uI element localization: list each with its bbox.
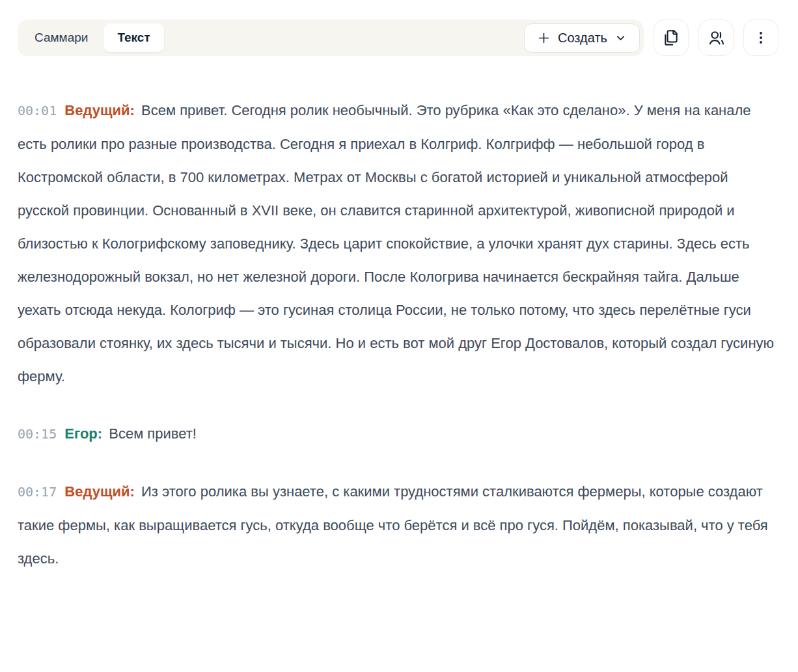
speaker-label: Ведущий: <box>64 483 135 500</box>
utterance-text: Всем привет! <box>109 425 197 442</box>
users-icon <box>708 29 725 47</box>
tab-strip: Саммари Текст Создать <box>18 20 644 56</box>
transcript-entry: 00:01 Ведущий: Всем привет. Сегодня роли… <box>18 94 779 393</box>
top-toolbar: Саммари Текст Создать <box>18 20 778 56</box>
more-options-button[interactable] <box>743 20 778 56</box>
timestamp[interactable]: 00:01 <box>18 103 57 118</box>
participants-button[interactable] <box>698 20 734 56</box>
transcript-entry: 00:17 Ведущий: Из этого ролика вы узнает… <box>18 475 779 575</box>
transcript-entry: 00:15 Егор: Всем привет! <box>18 417 779 451</box>
speaker-label: Ведущий: <box>64 102 135 118</box>
tab-summary[interactable]: Саммари <box>19 23 103 52</box>
copy-icon <box>663 29 680 46</box>
copy-button[interactable] <box>654 20 689 56</box>
create-button-label: Создать <box>558 31 607 46</box>
chevron-down-icon <box>614 32 627 44</box>
create-button[interactable]: Создать <box>524 23 640 53</box>
transcript: 00:01 Ведущий: Всем привет. Сегодня роли… <box>18 56 779 575</box>
timestamp[interactable]: 00:17 <box>18 484 57 500</box>
plus-icon <box>537 31 551 45</box>
kebab-menu-icon <box>753 30 769 46</box>
timestamp[interactable]: 00:15 <box>18 426 57 442</box>
tab-text[interactable]: Текст <box>103 23 163 52</box>
utterance-text: Всем привет. Сегодня ролик необычный. Эт… <box>18 102 774 384</box>
speaker-label: Егор: <box>64 425 102 442</box>
